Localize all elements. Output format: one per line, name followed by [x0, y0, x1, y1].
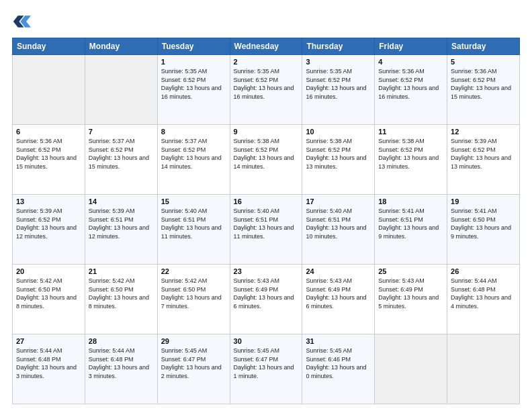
- col-thursday: Thursday: [302, 38, 375, 55]
- day-number: 23: [234, 267, 299, 275]
- cell-w4-d1: 21Sunrise: 5:42 AM Sunset: 6:50 PM Dayli…: [85, 265, 157, 334]
- col-tuesday: Tuesday: [157, 38, 230, 55]
- day-number: 22: [161, 267, 226, 275]
- day-info: Sunrise: 5:39 AM Sunset: 6:52 PM Dayligh…: [16, 207, 81, 240]
- day-info: Sunrise: 5:41 AM Sunset: 6:50 PM Dayligh…: [451, 207, 516, 240]
- day-info: Sunrise: 5:45 AM Sunset: 6:47 PM Dayligh…: [234, 347, 299, 380]
- col-friday: Friday: [375, 38, 447, 55]
- cell-w3-d4: 17Sunrise: 5:40 AM Sunset: 6:51 PM Dayli…: [302, 195, 375, 265]
- day-info: Sunrise: 5:38 AM Sunset: 6:52 PM Dayligh…: [378, 137, 443, 171]
- cell-w4-d2: 22Sunrise: 5:42 AM Sunset: 6:50 PM Dayli…: [157, 265, 230, 334]
- header: [12, 12, 520, 31]
- page: Sunday Monday Tuesday Wednesday Thursday…: [0, 0, 532, 411]
- day-info: Sunrise: 5:36 AM Sunset: 6:52 PM Dayligh…: [16, 137, 81, 171]
- day-number: 28: [89, 337, 154, 345]
- cell-w5-d4: 31Sunrise: 5:45 AM Sunset: 6:46 PM Dayli…: [302, 334, 375, 404]
- day-info: Sunrise: 5:44 AM Sunset: 6:48 PM Dayligh…: [89, 347, 154, 380]
- cell-w5-d1: 28Sunrise: 5:44 AM Sunset: 6:48 PM Dayli…: [85, 334, 157, 404]
- day-number: 1: [161, 58, 226, 66]
- cell-w5-d0: 27Sunrise: 5:44 AM Sunset: 6:48 PM Dayli…: [13, 334, 85, 404]
- day-number: 12: [451, 128, 516, 136]
- cell-w4-d4: 24Sunrise: 5:43 AM Sunset: 6:49 PM Dayli…: [302, 265, 375, 334]
- day-info: Sunrise: 5:40 AM Sunset: 6:51 PM Dayligh…: [161, 207, 226, 240]
- day-info: Sunrise: 5:43 AM Sunset: 6:49 PM Dayligh…: [306, 277, 371, 310]
- day-info: Sunrise: 5:39 AM Sunset: 6:52 PM Dayligh…: [451, 137, 516, 171]
- day-info: Sunrise: 5:37 AM Sunset: 6:52 PM Dayligh…: [89, 137, 154, 171]
- logo: [12, 12, 34, 31]
- day-number: 8: [161, 128, 226, 136]
- calendar-table: Sunday Monday Tuesday Wednesday Thursday…: [12, 38, 520, 404]
- day-info: Sunrise: 5:36 AM Sunset: 6:52 PM Dayligh…: [451, 67, 516, 101]
- cell-w3-d0: 13Sunrise: 5:39 AM Sunset: 6:52 PM Dayli…: [13, 195, 85, 265]
- cell-w3-d1: 14Sunrise: 5:39 AM Sunset: 6:51 PM Dayli…: [85, 195, 157, 265]
- day-number: 27: [16, 337, 81, 345]
- col-saturday: Saturday: [447, 38, 520, 55]
- day-info: Sunrise: 5:43 AM Sunset: 6:49 PM Dayligh…: [378, 277, 443, 310]
- day-number: 6: [16, 128, 81, 136]
- week-row-4: 20Sunrise: 5:42 AM Sunset: 6:50 PM Dayli…: [13, 265, 520, 334]
- day-number: 4: [378, 58, 443, 66]
- cell-w4-d3: 23Sunrise: 5:43 AM Sunset: 6:49 PM Dayli…: [230, 265, 302, 334]
- day-number: 5: [451, 58, 516, 66]
- day-number: 3: [306, 58, 371, 66]
- calendar-header-row: Sunday Monday Tuesday Wednesday Thursday…: [13, 38, 520, 55]
- cell-w1-d5: 4Sunrise: 5:36 AM Sunset: 6:52 PM Daylig…: [375, 55, 447, 125]
- day-info: Sunrise: 5:42 AM Sunset: 6:50 PM Dayligh…: [16, 277, 81, 310]
- logo-icon: [12, 12, 31, 31]
- day-number: 11: [378, 128, 443, 136]
- day-number: 9: [234, 128, 299, 136]
- day-number: 29: [161, 337, 226, 345]
- cell-w4-d0: 20Sunrise: 5:42 AM Sunset: 6:50 PM Dayli…: [13, 265, 85, 334]
- day-info: Sunrise: 5:44 AM Sunset: 6:48 PM Dayligh…: [16, 347, 81, 380]
- day-number: 20: [16, 267, 81, 275]
- cell-w5-d5: [375, 334, 447, 404]
- day-number: 31: [306, 337, 371, 345]
- day-info: Sunrise: 5:38 AM Sunset: 6:52 PM Dayligh…: [306, 137, 371, 171]
- day-info: Sunrise: 5:39 AM Sunset: 6:51 PM Dayligh…: [89, 207, 154, 240]
- cell-w2-d2: 8Sunrise: 5:37 AM Sunset: 6:52 PM Daylig…: [157, 125, 230, 195]
- cell-w4-d6: 26Sunrise: 5:44 AM Sunset: 6:48 PM Dayli…: [447, 265, 520, 334]
- day-number: 10: [306, 128, 371, 136]
- col-wednesday: Wednesday: [230, 38, 302, 55]
- day-number: 13: [16, 197, 81, 205]
- cell-w2-d5: 11Sunrise: 5:38 AM Sunset: 6:52 PM Dayli…: [375, 125, 447, 195]
- cell-w5-d3: 30Sunrise: 5:45 AM Sunset: 6:47 PM Dayli…: [230, 334, 302, 404]
- cell-w1-d6: 5Sunrise: 5:36 AM Sunset: 6:52 PM Daylig…: [447, 55, 520, 125]
- day-number: 30: [234, 337, 299, 345]
- day-info: Sunrise: 5:36 AM Sunset: 6:52 PM Dayligh…: [378, 67, 443, 101]
- day-number: 24: [306, 267, 371, 275]
- cell-w4-d5: 25Sunrise: 5:43 AM Sunset: 6:49 PM Dayli…: [375, 265, 447, 334]
- cell-w5-d6: [447, 334, 520, 404]
- week-row-5: 27Sunrise: 5:44 AM Sunset: 6:48 PM Dayli…: [13, 334, 520, 404]
- cell-w1-d1: [85, 55, 157, 125]
- cell-w5-d2: 29Sunrise: 5:45 AM Sunset: 6:47 PM Dayli…: [157, 334, 230, 404]
- week-row-3: 13Sunrise: 5:39 AM Sunset: 6:52 PM Dayli…: [13, 195, 520, 265]
- col-monday: Monday: [85, 38, 157, 55]
- day-info: Sunrise: 5:35 AM Sunset: 6:52 PM Dayligh…: [161, 67, 226, 101]
- week-row-2: 6Sunrise: 5:36 AM Sunset: 6:52 PM Daylig…: [13, 125, 520, 195]
- cell-w2-d3: 9Sunrise: 5:38 AM Sunset: 6:52 PM Daylig…: [230, 125, 302, 195]
- cell-w2-d4: 10Sunrise: 5:38 AM Sunset: 6:52 PM Dayli…: [302, 125, 375, 195]
- day-info: Sunrise: 5:45 AM Sunset: 6:47 PM Dayligh…: [161, 347, 226, 380]
- cell-w3-d2: 15Sunrise: 5:40 AM Sunset: 6:51 PM Dayli…: [157, 195, 230, 265]
- col-sunday: Sunday: [13, 38, 85, 55]
- cell-w1-d4: 3Sunrise: 5:35 AM Sunset: 6:52 PM Daylig…: [302, 55, 375, 125]
- day-info: Sunrise: 5:41 AM Sunset: 6:51 PM Dayligh…: [378, 207, 443, 240]
- day-info: Sunrise: 5:38 AM Sunset: 6:52 PM Dayligh…: [234, 137, 299, 171]
- day-info: Sunrise: 5:42 AM Sunset: 6:50 PM Dayligh…: [89, 277, 154, 310]
- cell-w1-d3: 2Sunrise: 5:35 AM Sunset: 6:52 PM Daylig…: [230, 55, 302, 125]
- day-info: Sunrise: 5:37 AM Sunset: 6:52 PM Dayligh…: [161, 137, 226, 171]
- cell-w1-d0: [13, 55, 85, 125]
- day-number: 18: [378, 197, 443, 205]
- day-info: Sunrise: 5:35 AM Sunset: 6:52 PM Dayligh…: [234, 67, 299, 101]
- day-info: Sunrise: 5:42 AM Sunset: 6:50 PM Dayligh…: [161, 277, 226, 310]
- cell-w2-d0: 6Sunrise: 5:36 AM Sunset: 6:52 PM Daylig…: [13, 125, 85, 195]
- day-number: 7: [89, 128, 154, 136]
- day-number: 2: [234, 58, 299, 66]
- day-number: 21: [89, 267, 154, 275]
- day-info: Sunrise: 5:45 AM Sunset: 6:46 PM Dayligh…: [306, 347, 371, 380]
- day-number: 15: [161, 197, 226, 205]
- day-info: Sunrise: 5:40 AM Sunset: 6:51 PM Dayligh…: [234, 207, 299, 240]
- cell-w1-d2: 1Sunrise: 5:35 AM Sunset: 6:52 PM Daylig…: [157, 55, 230, 125]
- day-info: Sunrise: 5:44 AM Sunset: 6:48 PM Dayligh…: [451, 277, 516, 310]
